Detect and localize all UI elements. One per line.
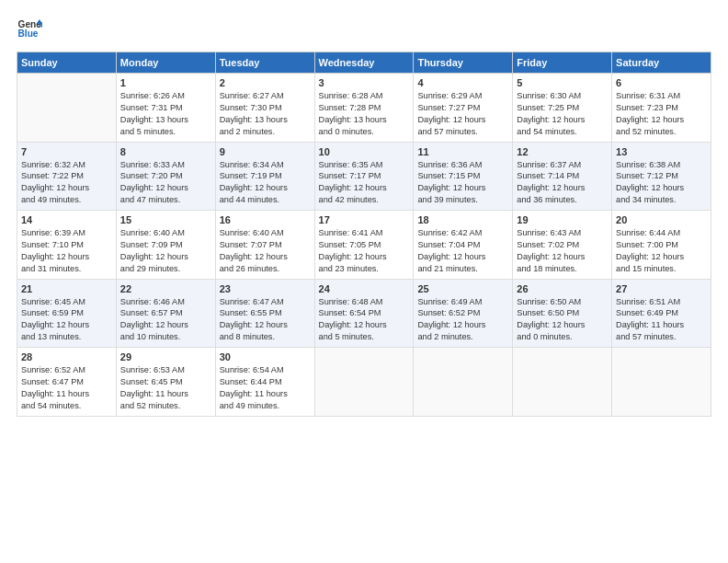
calendar-cell: 7Sunrise: 6:32 AM Sunset: 7:22 PM Daylig… xyxy=(17,142,117,211)
day-number: 21 xyxy=(21,283,112,294)
day-info: Sunrise: 6:40 AM Sunset: 7:07 PM Dayligh… xyxy=(220,227,311,275)
day-info: Sunrise: 6:49 AM Sunset: 6:52 PM Dayligh… xyxy=(417,296,508,344)
day-info: Sunrise: 6:43 AM Sunset: 7:02 PM Dayligh… xyxy=(517,227,608,275)
day-number: 24 xyxy=(319,283,410,294)
weekday-header-row: SundayMondayTuesdayWednesdayThursdayFrid… xyxy=(17,52,711,74)
calendar-cell: 21Sunrise: 6:45 AM Sunset: 6:59 PM Dayli… xyxy=(17,279,117,348)
calendar-cell: 12Sunrise: 6:37 AM Sunset: 7:14 PM Dayli… xyxy=(513,142,612,211)
calendar-cell: 26Sunrise: 6:50 AM Sunset: 6:50 PM Dayli… xyxy=(513,279,612,348)
calendar-cell: 17Sunrise: 6:41 AM Sunset: 7:05 PM Dayli… xyxy=(314,211,414,280)
day-number: 25 xyxy=(417,283,508,294)
calendar-cell: 11Sunrise: 6:36 AM Sunset: 7:15 PM Dayli… xyxy=(414,142,513,211)
day-info: Sunrise: 6:29 AM Sunset: 7:27 PM Dayligh… xyxy=(417,90,508,138)
day-number: 8 xyxy=(120,146,211,157)
day-info: Sunrise: 6:27 AM Sunset: 7:30 PM Dayligh… xyxy=(220,90,311,138)
day-info: Sunrise: 6:54 AM Sunset: 6:44 PM Dayligh… xyxy=(220,364,311,412)
day-number: 12 xyxy=(517,146,608,157)
calendar-cell: 8Sunrise: 6:33 AM Sunset: 7:20 PM Daylig… xyxy=(116,142,215,211)
logo-icon: General Blue xyxy=(17,17,42,42)
calendar-week-row: 14Sunrise: 6:39 AM Sunset: 7:10 PM Dayli… xyxy=(17,211,711,280)
day-info: Sunrise: 6:39 AM Sunset: 7:10 PM Dayligh… xyxy=(21,227,112,275)
day-number: 14 xyxy=(21,214,112,225)
day-number: 9 xyxy=(220,146,311,157)
calendar-cell: 10Sunrise: 6:35 AM Sunset: 7:17 PM Dayli… xyxy=(314,142,414,211)
calendar-cell xyxy=(414,348,513,417)
weekday-header-thursday: Thursday xyxy=(414,52,513,74)
day-number: 4 xyxy=(417,77,508,88)
calendar-cell xyxy=(612,348,711,417)
calendar-cell: 14Sunrise: 6:39 AM Sunset: 7:10 PM Dayli… xyxy=(17,211,117,280)
day-info: Sunrise: 6:51 AM Sunset: 6:49 PM Dayligh… xyxy=(616,296,707,344)
day-info: Sunrise: 6:31 AM Sunset: 7:23 PM Dayligh… xyxy=(616,90,707,138)
day-number: 16 xyxy=(220,214,311,225)
calendar-week-row: 7Sunrise: 6:32 AM Sunset: 7:22 PM Daylig… xyxy=(17,142,711,211)
day-number: 6 xyxy=(616,77,707,88)
calendar-week-row: 1Sunrise: 6:26 AM Sunset: 7:31 PM Daylig… xyxy=(17,74,711,143)
calendar-cell: 1Sunrise: 6:26 AM Sunset: 7:31 PM Daylig… xyxy=(116,74,215,143)
calendar-cell xyxy=(314,348,414,417)
calendar-cell xyxy=(513,348,612,417)
day-number: 28 xyxy=(21,351,112,362)
calendar-week-row: 28Sunrise: 6:52 AM Sunset: 6:47 PM Dayli… xyxy=(17,348,711,417)
day-info: Sunrise: 6:36 AM Sunset: 7:15 PM Dayligh… xyxy=(417,159,508,207)
day-number: 23 xyxy=(220,283,311,294)
weekday-header-monday: Monday xyxy=(116,52,215,74)
day-info: Sunrise: 6:45 AM Sunset: 6:59 PM Dayligh… xyxy=(21,296,112,344)
day-info: Sunrise: 6:47 AM Sunset: 6:55 PM Dayligh… xyxy=(220,296,311,344)
day-number: 27 xyxy=(616,283,707,294)
calendar-cell: 19Sunrise: 6:43 AM Sunset: 7:02 PM Dayli… xyxy=(513,211,612,280)
day-info: Sunrise: 6:34 AM Sunset: 7:19 PM Dayligh… xyxy=(220,159,311,207)
calendar-cell: 16Sunrise: 6:40 AM Sunset: 7:07 PM Dayli… xyxy=(215,211,314,280)
calendar-cell: 4Sunrise: 6:29 AM Sunset: 7:27 PM Daylig… xyxy=(414,74,513,143)
day-number: 2 xyxy=(220,77,311,88)
svg-text:Blue: Blue xyxy=(18,29,39,39)
calendar-cell: 15Sunrise: 6:40 AM Sunset: 7:09 PM Dayli… xyxy=(116,211,215,280)
day-info: Sunrise: 6:37 AM Sunset: 7:14 PM Dayligh… xyxy=(517,159,608,207)
calendar-table: SundayMondayTuesdayWednesdayThursdayFrid… xyxy=(17,52,711,417)
header: General Blue xyxy=(17,17,711,42)
calendar-cell: 27Sunrise: 6:51 AM Sunset: 6:49 PM Dayli… xyxy=(612,279,711,348)
day-info: Sunrise: 6:40 AM Sunset: 7:09 PM Dayligh… xyxy=(120,227,211,275)
calendar-cell xyxy=(17,74,117,143)
day-info: Sunrise: 6:26 AM Sunset: 7:31 PM Dayligh… xyxy=(120,90,211,138)
calendar-cell: 5Sunrise: 6:30 AM Sunset: 7:25 PM Daylig… xyxy=(513,74,612,143)
day-number: 11 xyxy=(417,146,508,157)
day-number: 18 xyxy=(417,214,508,225)
day-number: 7 xyxy=(21,146,112,157)
calendar-cell: 25Sunrise: 6:49 AM Sunset: 6:52 PM Dayli… xyxy=(414,279,513,348)
day-info: Sunrise: 6:35 AM Sunset: 7:17 PM Dayligh… xyxy=(319,159,410,207)
calendar-cell: 29Sunrise: 6:53 AM Sunset: 6:45 PM Dayli… xyxy=(116,348,215,417)
day-info: Sunrise: 6:48 AM Sunset: 6:54 PM Dayligh… xyxy=(319,296,410,344)
day-number: 5 xyxy=(517,77,608,88)
calendar-cell: 28Sunrise: 6:52 AM Sunset: 6:47 PM Dayli… xyxy=(17,348,117,417)
day-info: Sunrise: 6:52 AM Sunset: 6:47 PM Dayligh… xyxy=(21,364,112,412)
day-number: 10 xyxy=(319,146,410,157)
logo: General Blue xyxy=(17,17,42,42)
calendar-cell: 2Sunrise: 6:27 AM Sunset: 7:30 PM Daylig… xyxy=(215,74,314,143)
calendar-cell: 20Sunrise: 6:44 AM Sunset: 7:00 PM Dayli… xyxy=(612,211,711,280)
calendar-cell: 13Sunrise: 6:38 AM Sunset: 7:12 PM Dayli… xyxy=(612,142,711,211)
weekday-header-sunday: Sunday xyxy=(17,52,117,74)
day-number: 15 xyxy=(120,214,211,225)
day-info: Sunrise: 6:44 AM Sunset: 7:00 PM Dayligh… xyxy=(616,227,707,275)
day-info: Sunrise: 6:53 AM Sunset: 6:45 PM Dayligh… xyxy=(120,364,211,412)
weekday-header-friday: Friday xyxy=(513,52,612,74)
day-info: Sunrise: 6:50 AM Sunset: 6:50 PM Dayligh… xyxy=(517,296,608,344)
day-number: 19 xyxy=(517,214,608,225)
day-number: 26 xyxy=(517,283,608,294)
day-number: 22 xyxy=(120,283,211,294)
calendar-cell: 22Sunrise: 6:46 AM Sunset: 6:57 PM Dayli… xyxy=(116,279,215,348)
day-number: 20 xyxy=(616,214,707,225)
calendar-cell: 6Sunrise: 6:31 AM Sunset: 7:23 PM Daylig… xyxy=(612,74,711,143)
calendar-cell: 18Sunrise: 6:42 AM Sunset: 7:04 PM Dayli… xyxy=(414,211,513,280)
calendar-cell: 23Sunrise: 6:47 AM Sunset: 6:55 PM Dayli… xyxy=(215,279,314,348)
day-number: 3 xyxy=(319,77,410,88)
day-number: 17 xyxy=(319,214,410,225)
day-info: Sunrise: 6:32 AM Sunset: 7:22 PM Dayligh… xyxy=(21,159,112,207)
weekday-header-tuesday: Tuesday xyxy=(215,52,314,74)
day-number: 30 xyxy=(220,351,311,362)
weekday-header-saturday: Saturday xyxy=(612,52,711,74)
day-number: 29 xyxy=(120,351,211,362)
day-number: 1 xyxy=(120,77,211,88)
day-number: 13 xyxy=(616,146,707,157)
